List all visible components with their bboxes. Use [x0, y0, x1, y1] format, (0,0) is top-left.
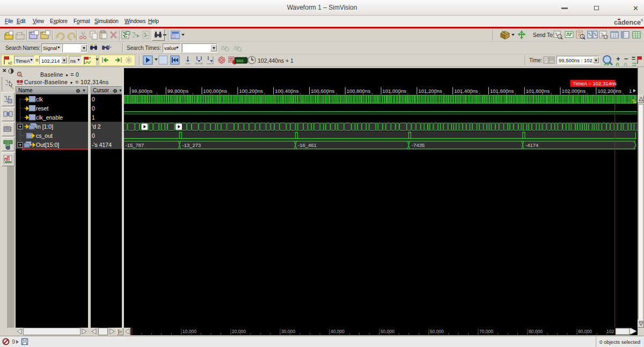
svg-text:0: 0: [92, 132, 95, 139]
svg-text:-'s 4174: -'s 4174: [92, 142, 112, 148]
svg-text:99,800ns: 99,800ns: [167, 88, 188, 94]
svg-text:888: 888: [236, 58, 244, 63]
svg-text:1: 1: [92, 114, 95, 121]
svg-text:100,200ns: 100,200ns: [239, 88, 263, 94]
svg-text:reset: reset: [36, 105, 48, 112]
svg-text:9: 9: [12, 338, 15, 345]
svg-text:100,000ns: 100,000ns: [203, 88, 228, 94]
svg-text:10,000: 10,000: [182, 329, 196, 334]
svg-text:-15_787: -15_787: [126, 142, 144, 148]
svg-text:30,000: 30,000: [281, 329, 295, 334]
svg-text:60,000: 60,000: [430, 329, 444, 334]
svg-text:cs_out: cs_out: [36, 132, 53, 139]
svg-text:40,000: 40,000: [331, 329, 345, 334]
svg-text:-7435: -7435: [412, 142, 425, 148]
svg-text:-16_461: -16_461: [298, 142, 317, 148]
svg-text:In [1:0]: In [1:0]: [36, 123, 53, 130]
svg-text:T: T: [172, 35, 174, 38]
svg-text:102,000ns: 102,000ns: [562, 88, 586, 94]
svg-text:1: 1: [629, 88, 632, 94]
svg-text:*: *: [89, 56, 91, 61]
svg-text:99,600ns: 99,600ns: [131, 88, 152, 94]
svg-text:0: 0: [92, 105, 95, 112]
svg-text:102,200ns: 102,200ns: [597, 88, 621, 94]
svg-text:TimeA = 102,314ns: TimeA = 102,314ns: [573, 80, 617, 86]
svg-text:101,400ns: 101,400ns: [454, 88, 478, 94]
svg-text:80,000: 80,000: [529, 329, 543, 334]
svg-text:101,000ns: 101,000ns: [383, 88, 407, 94]
svg-text:100,400ns: 100,400ns: [275, 88, 299, 94]
svg-text:102: 102: [606, 329, 614, 334]
svg-text:100,600ns: 100,600ns: [311, 88, 335, 94]
svg-text:x2: x2: [8, 61, 12, 65]
svg-text:Out[15:0]: Out[15:0]: [36, 142, 59, 148]
svg-text:50,000: 50,000: [380, 329, 394, 334]
svg-text:101,600ns: 101,600ns: [490, 88, 514, 94]
svg-text:*: *: [21, 31, 23, 35]
svg-text:101,200ns: 101,200ns: [418, 88, 442, 94]
svg-text:clk: clk: [36, 96, 43, 102]
svg-text:70,000: 70,000: [479, 329, 493, 334]
svg-text:90,000: 90,000: [578, 329, 592, 334]
svg-text:100,800ns: 100,800ns: [347, 88, 371, 94]
svg-text:'d 2: 'd 2: [92, 123, 101, 130]
svg-text:clk_enable: clk_enable: [36, 114, 63, 121]
svg-text:-4174: -4174: [525, 142, 538, 148]
svg-text:20,000: 20,000: [232, 329, 246, 334]
svg-text:101,800ns: 101,800ns: [526, 88, 550, 94]
svg-text:-13_273: -13_273: [182, 142, 201, 148]
svg-text:0: 0: [92, 96, 95, 102]
